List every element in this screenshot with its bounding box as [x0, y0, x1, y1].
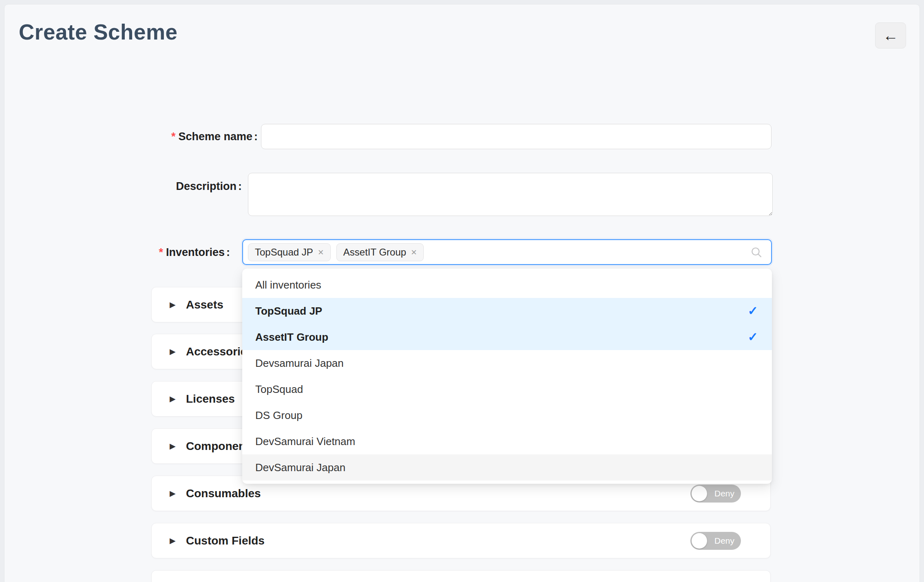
scheme-name-input[interactable] — [261, 124, 771, 149]
check-icon: ✓ — [748, 324, 758, 350]
label-colon: : — [238, 180, 242, 192]
expand-caret-icon[interactable]: ▶ — [170, 300, 186, 309]
back-arrow-icon: ← — [883, 27, 898, 44]
expand-caret-icon[interactable]: ▶ — [170, 536, 186, 545]
expand-caret-icon[interactable]: ▶ — [170, 489, 186, 498]
dropdown-option-devsamurai-japan-1[interactable]: Devsamurai Japan — [242, 350, 772, 376]
selected-tag: TopSquad JP × — [248, 243, 331, 261]
option-label: AssetIT Group — [255, 331, 328, 343]
inventories-label: *Inventories: — [114, 245, 230, 259]
tag-remove-icon[interactable]: × — [411, 247, 417, 257]
check-icon: ✓ — [748, 298, 758, 324]
dropdown-option-devsamurai-vietnam[interactable]: DevSamurai Vietnam — [242, 428, 772, 454]
option-label: Devsamurai Japan — [255, 357, 344, 369]
inventories-label-text: Inventories — [166, 246, 225, 258]
option-label: DS Group — [255, 409, 303, 421]
panel-title: Assets — [186, 298, 223, 311]
toggle-label: Deny — [714, 489, 734, 498]
label-colon: : — [226, 246, 230, 258]
scheme-name-label: *Scheme name: — [130, 130, 258, 143]
panel-partial[interactable] — [151, 570, 771, 582]
dropdown-option-all-inventories[interactable]: All inventories — [242, 272, 772, 298]
selected-tag: AssetIT Group × — [336, 243, 424, 261]
page-title: Create Scheme — [19, 20, 177, 44]
scheme-name-label-text: Scheme name — [178, 130, 252, 143]
toggle-label: Deny — [714, 536, 734, 546]
expand-caret-icon[interactable]: ▶ — [170, 394, 186, 403]
panel-title: Consumables — [186, 487, 261, 500]
option-label: All inventories — [255, 279, 321, 291]
option-label: TopSquad — [255, 383, 303, 395]
panel-title: Licenses — [186, 392, 235, 406]
toggle-knob — [692, 533, 707, 549]
expand-caret-icon[interactable]: ▶ — [170, 347, 186, 356]
deny-toggle[interactable]: Deny — [690, 532, 741, 550]
deny-toggle[interactable]: Deny — [690, 485, 741, 503]
required-asterisk: * — [159, 246, 163, 258]
panel-custom-fields[interactable]: ▶ Custom Fields Deny — [151, 523, 771, 558]
toggle-knob — [692, 486, 707, 501]
description-label-text: Description — [176, 180, 237, 192]
tag-label: AssetIT Group — [343, 247, 406, 258]
panel-title: Custom Fields — [186, 534, 265, 547]
dropdown-option-topsquad-jp[interactable]: TopSquad JP ✓ — [242, 298, 772, 324]
inventories-dropdown: All inventories TopSquad JP ✓ AssetIT Gr… — [242, 269, 772, 484]
description-textarea[interactable] — [248, 173, 773, 216]
inventories-multiselect[interactable]: TopSquad JP × AssetIT Group × — [242, 239, 772, 265]
required-asterisk: * — [171, 130, 176, 143]
label-colon: : — [254, 130, 258, 143]
dropdown-option-assetit-group[interactable]: AssetIT Group ✓ — [242, 324, 772, 350]
back-button[interactable]: ← — [875, 22, 906, 48]
tag-label: TopSquad JP — [255, 247, 313, 258]
dropdown-option-topsquad[interactable]: TopSquad — [242, 376, 772, 402]
description-label: Description: — [130, 179, 242, 193]
search-icon — [750, 246, 763, 259]
option-label: DevSamurai Japan — [255, 461, 345, 474]
tag-remove-icon[interactable]: × — [318, 247, 324, 257]
dropdown-option-ds-group[interactable]: DS Group — [242, 402, 772, 428]
dropdown-option-devsamurai-japan-2[interactable]: DevSamurai Japan — [242, 454, 772, 481]
expand-caret-icon[interactable]: ▶ — [170, 441, 186, 451]
option-label: TopSquad JP — [255, 305, 322, 317]
option-label: DevSamurai Vietnam — [255, 435, 355, 448]
